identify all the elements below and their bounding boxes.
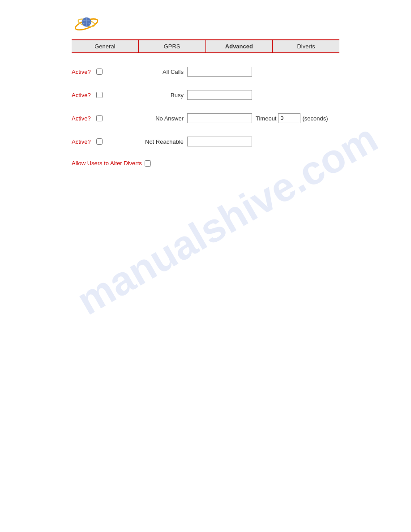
all-calls-input[interactable] (187, 67, 252, 77)
no-answer-checkbox[interactable] (96, 115, 103, 121)
not-reachable-active-label: Active? (72, 138, 94, 145)
watermark: manualshive.com (69, 115, 385, 324)
tab-bar: General GPRS Advanced Diverts (72, 39, 339, 53)
tab-diverts[interactable]: Diverts (273, 40, 339, 52)
busy-active-label: Active? (72, 92, 94, 99)
allow-users-row: Allow Users to Alter Diverts (72, 160, 339, 167)
busy-label: Busy (143, 92, 184, 99)
busy-input[interactable] (187, 90, 252, 100)
all-calls-row: Active? All Calls (72, 67, 339, 77)
all-calls-active-label: Active? (72, 69, 94, 75)
all-calls-label: All Calls (143, 69, 184, 75)
no-answer-left: Active? (72, 115, 143, 122)
not-reachable-input[interactable] (187, 137, 252, 146)
logo-icon (72, 9, 103, 34)
all-calls-left: Active? (72, 69, 143, 75)
no-answer-row: Active? No Answer Timeout (seconds) (72, 113, 339, 123)
busy-left: Active? (72, 92, 143, 99)
not-reachable-checkbox[interactable] (96, 138, 103, 145)
logo-area (0, 0, 411, 39)
no-answer-active-label: Active? (72, 115, 94, 122)
no-answer-label: No Answer (143, 115, 184, 122)
not-reachable-left: Active? (72, 138, 143, 145)
tab-general[interactable]: General (72, 40, 139, 52)
allow-users-label: Allow Users to Alter Diverts (72, 160, 142, 167)
not-reachable-row: Active? Not Reachable (72, 137, 339, 146)
timeout-input[interactable] (278, 113, 300, 123)
not-reachable-label: Not Reachable (143, 138, 184, 145)
tab-advanced[interactable]: Advanced (206, 40, 273, 52)
content-area: Active? All Calls Active? Busy Active? N… (0, 53, 411, 180)
allow-users-checkbox[interactable] (145, 160, 151, 167)
no-answer-input[interactable] (187, 113, 252, 123)
busy-row: Active? Busy (72, 90, 339, 100)
seconds-label: (seconds) (302, 115, 328, 122)
busy-checkbox[interactable] (96, 92, 103, 98)
timeout-label: Timeout (256, 115, 276, 122)
all-calls-checkbox[interactable] (96, 69, 103, 75)
tab-gprs[interactable]: GPRS (139, 40, 206, 52)
timeout-section: Timeout (seconds) (256, 113, 328, 123)
